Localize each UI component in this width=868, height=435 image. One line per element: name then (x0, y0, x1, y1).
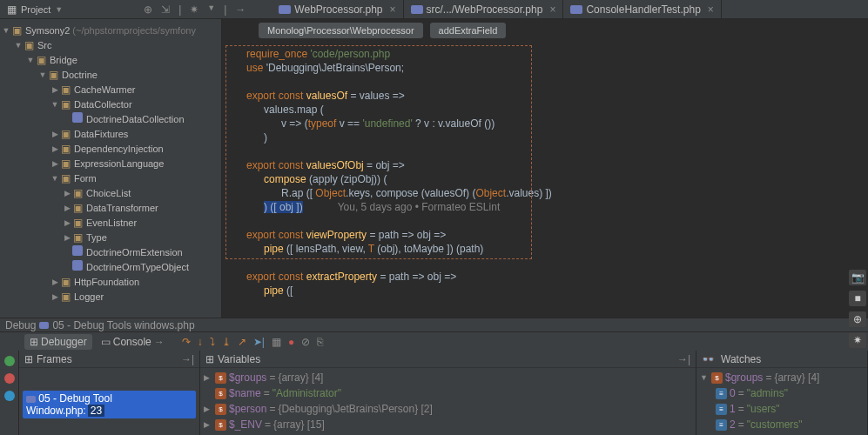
gear-icon[interactable]: ✷ (849, 332, 866, 348)
close-icon[interactable]: × (390, 3, 396, 16)
variable-row[interactable]: ▶$$person = {Debugging\JetBrains\Person}… (204, 401, 692, 417)
toolbar-icons: ⊕ ⇲ | ✷ ▼ | → (144, 3, 246, 16)
expand-icon[interactable]: ▼ (2, 26, 10, 35)
record-icon[interactable]: ■ (849, 291, 866, 306)
code-editor[interactable]: Monolog\Processor\Webprocessor addExtraF… (222, 19, 868, 318)
folder-icon: ▣ (59, 276, 71, 288)
frames-panel: ⊞ Frames →| 05 - Debug Tool Window.php:2… (19, 351, 200, 435)
expand-icon[interactable]: ▼ (50, 174, 59, 183)
step-out-icon[interactable]: ↗ (238, 336, 246, 348)
tree-item[interactable]: ▶▣DependencyInjection (0, 141, 221, 156)
watches-body[interactable]: ▼ $ $groups = {array} [4] ≡0 = "admins"≡… (696, 368, 867, 435)
variable-row[interactable]: $$name = "Administrator" (204, 385, 692, 401)
expand-icon[interactable]: ▶ (63, 218, 71, 227)
close-icon[interactable]: × (549, 3, 555, 16)
expand-icon[interactable]: ▼ (38, 70, 47, 79)
variable-row[interactable]: ▶$$groups = {array} [4] (204, 370, 692, 385)
tree-item[interactable]: ▼▣Form (0, 171, 221, 185)
tree-item[interactable]: ▼▣Doctrine (0, 67, 221, 82)
tree-label: DoctrineOrmExtension (86, 247, 183, 258)
tree-item[interactable]: ▶▣DataTransformer (0, 200, 221, 215)
expand-icon[interactable]: ▼ (700, 373, 709, 382)
evaluate-icon[interactable]: ▦ (272, 336, 281, 348)
tree-item[interactable]: ▶▣ChoiceList (0, 185, 221, 200)
step-into2-icon[interactable]: ⤵ (210, 336, 215, 348)
expand-icon[interactable]: ▶ (204, 405, 212, 413)
target-icon[interactable]: ⊕ (144, 3, 152, 16)
expand-icon[interactable]: ▶ (50, 130, 59, 138)
expand-icon[interactable]: ▶ (204, 373, 212, 382)
dropdown-icon[interactable]: →| (181, 353, 194, 365)
expand-icon[interactable]: ▶ (50, 85, 59, 94)
mute-icon[interactable]: ⊘ (301, 336, 310, 348)
expand-icon[interactable]: ▶ (50, 278, 59, 286)
step-into-icon[interactable]: ↓ (198, 336, 203, 348)
expand-icon[interactable]: ▶ (50, 144, 59, 153)
tree-item[interactable]: ▼▣DataCollector (0, 97, 221, 111)
project-label: Project (21, 4, 50, 15)
breadcrumb-item[interactable]: addExtraField (430, 23, 507, 38)
expand-icon[interactable]: ▼ (26, 56, 35, 64)
close-icon[interactable]: × (708, 3, 714, 16)
project-tool-tab[interactable]: ▦ Project ▼ (0, 0, 70, 18)
tree-label: Bridge (50, 55, 77, 65)
watch-child-row[interactable]: ≡0 = "admins" (700, 385, 864, 401)
hide-icon[interactable]: → (235, 3, 246, 16)
expand-icon[interactable]: ▶ (63, 204, 71, 212)
tree-item[interactable]: ▶▣HttpFoundation (0, 274, 221, 289)
editor-tab[interactable]: ConsoleHandlerTest.php × (563, 0, 721, 18)
tree-root[interactable]: ▼ ▣ Symsony2 (~/phpstormprojects/symfony (0, 23, 221, 37)
resume-icon[interactable] (4, 356, 15, 366)
run-to-cursor-icon[interactable]: ➤| (253, 336, 265, 348)
stop-icon[interactable] (4, 373, 15, 384)
folder-icon: ▣ (59, 157, 71, 170)
frames-body[interactable]: 05 - Debug Tool Window.php:23 (19, 368, 199, 435)
collapse-icon[interactable]: ⇲ (161, 3, 170, 16)
variables-body[interactable]: ▶$$groups = {array} [4]$$name = "Adminis… (200, 368, 696, 435)
force-step-icon[interactable]: ⤓ (222, 336, 231, 348)
camera-icon[interactable]: 📷 (849, 270, 866, 285)
expand-icon[interactable]: ▼ (50, 100, 59, 109)
tree-item[interactable]: ▶▣Logger (0, 289, 221, 304)
tree-item[interactable]: ▶▣CacheWarmer (0, 82, 221, 97)
variable-row[interactable]: ▶$$_ENV = {array} [15] (204, 417, 692, 432)
tree-item[interactable]: DoctrineDataCollection (0, 111, 221, 126)
breakpoint-icon[interactable]: ● (288, 336, 294, 348)
tree-item[interactable]: ▶▣Type (0, 230, 221, 244)
debugger-tab[interactable]: ⊞ Debugger (24, 334, 92, 350)
settings-icon[interactable]: ⎘ (317, 336, 323, 348)
editor-tab[interactable]: src/.../WebProcessor.php × (404, 0, 564, 18)
expand-icon[interactable]: ▶ (50, 292, 59, 301)
breadcrumb-item[interactable]: Monolog\Processor\Webprocessor (259, 23, 423, 38)
tree-item[interactable]: ▶▣EvenListner (0, 215, 221, 230)
expand-icon[interactable]: ▶ (204, 420, 212, 429)
console-tab[interactable]: ▭ Console → (96, 334, 170, 350)
tree-item[interactable]: ▼▣Bridge (0, 52, 221, 67)
chevron-down-icon: ▼ (55, 5, 63, 14)
watch-child-row[interactable]: ≡2 = "customers" (700, 417, 864, 432)
expand-icon[interactable]: ▶ (63, 233, 71, 242)
watch-child-row[interactable]: ≡1 = "users" (700, 401, 864, 417)
step-over-icon[interactable]: ↷ (182, 336, 191, 348)
frame-item-selected[interactable]: 05 - Debug Tool Window.php:23 (23, 391, 196, 418)
tree-label: CacheWarmer (74, 84, 136, 95)
expand-icon[interactable]: ▶ (63, 189, 71, 197)
dropdown-icon[interactable]: →| (677, 353, 690, 365)
tree-label: Type (86, 232, 107, 243)
tree-item[interactable]: DoctrineOrmTypeObject (0, 259, 221, 274)
editor-tab[interactable]: WebProcessor.php × (272, 0, 403, 18)
tree-item[interactable]: ▶▣ExpressionLanguage (0, 156, 221, 171)
bug-icon: ⊞ (30, 336, 38, 348)
gear-icon[interactable]: ✷ (190, 3, 198, 16)
pause-icon[interactable] (4, 391, 15, 401)
code-area[interactable]: require_once 'code/person.php use 'Debug… (222, 42, 868, 303)
globe-icon[interactable]: ⊕ (849, 311, 866, 327)
watch-row[interactable]: ▼ $ $groups = {array} [4] (700, 370, 864, 385)
chevron-down-icon[interactable]: ▼ (207, 3, 215, 16)
tree-item[interactable]: ▶▣DataFixtures (0, 126, 221, 141)
folder-icon: ▣ (71, 231, 84, 244)
tree-item[interactable]: ▼▣Src (0, 37, 221, 52)
expand-icon[interactable]: ▶ (50, 159, 59, 168)
expand-icon[interactable]: ▼ (14, 41, 23, 50)
tree-item[interactable]: DoctrineOrmExtension (0, 244, 221, 259)
